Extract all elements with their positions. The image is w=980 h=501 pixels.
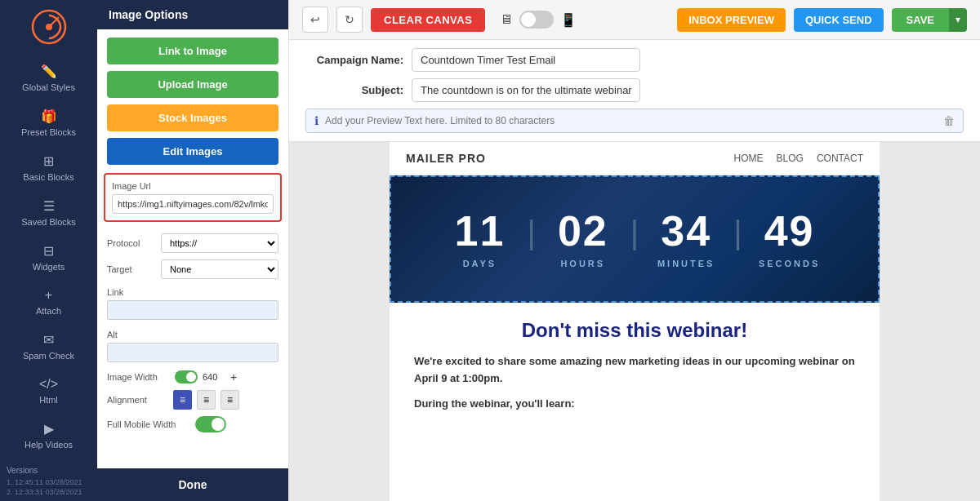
device-toggle: 🖥 📱 bbox=[500, 11, 577, 29]
image-options-panel: Image Options Link to Image Upload Image… bbox=[97, 0, 289, 501]
sidebar-item-label: Widgets bbox=[33, 262, 65, 272]
countdown-hours-number: 02 bbox=[558, 210, 608, 252]
list-icon: ☰ bbox=[43, 198, 55, 214]
countdown-minutes-label: MINUTES bbox=[657, 259, 715, 268]
email-nav-links: HOME BLOG CONTACT bbox=[734, 153, 863, 164]
nav-link-home[interactable]: HOME bbox=[734, 153, 764, 164]
image-url-input[interactable] bbox=[112, 194, 274, 214]
width-value: 640 bbox=[203, 372, 225, 382]
alt-field: Alt bbox=[97, 325, 288, 367]
link-field: Link bbox=[97, 282, 288, 325]
align-center-button[interactable]: ≡ bbox=[197, 390, 216, 410]
email-nav-brand: MAILER PRO bbox=[406, 152, 486, 165]
link-to-image-button[interactable]: Link to Image bbox=[107, 38, 278, 64]
alt-label: Alt bbox=[107, 330, 278, 339]
sidebar-item-label: Spam Check bbox=[23, 351, 74, 361]
clear-canvas-button[interactable]: CLEAR CANVAS bbox=[371, 8, 485, 32]
email-heading: Don't miss this webinar! bbox=[414, 319, 855, 342]
preview-text-delete-icon[interactable]: 🗑 bbox=[943, 114, 955, 127]
sidebar-item-label: Html bbox=[39, 395, 58, 405]
versions-section: Versions 1. 12:45:11 03/28/2021 2. 12:33… bbox=[0, 461, 97, 501]
sidebar-item-label: Basic Blocks bbox=[23, 172, 74, 182]
panel-buttons: Link to Image Upload Image Stock Images … bbox=[97, 29, 288, 173]
mobile-icon[interactable]: 📱 bbox=[560, 12, 577, 28]
version-2[interactable]: 2. 12:33:31 03/28/2021 bbox=[7, 488, 91, 496]
svg-line-2 bbox=[49, 17, 59, 27]
desktop-icon[interactable]: 🖥 bbox=[500, 12, 513, 27]
sidebar-item-basic-blocks[interactable]: ⊞ Basic Blocks bbox=[0, 145, 97, 190]
toolbar: ↩ ↻ CLEAR CANVAS 🖥 📱 INBOX PREVIEW QUICK… bbox=[289, 0, 980, 40]
campaign-name-label: Campaign Name: bbox=[305, 54, 403, 66]
upload-image-button[interactable]: Upload Image bbox=[107, 71, 278, 98]
sidebar-item-saved-blocks[interactable]: ☰ Saved Blocks bbox=[0, 190, 97, 235]
countdown-minutes-number: 34 bbox=[661, 210, 711, 252]
countdown-seconds-number: 49 bbox=[764, 210, 815, 252]
target-select[interactable]: None bbox=[161, 259, 278, 279]
redo-button[interactable]: ↻ bbox=[336, 7, 363, 33]
nav-link-contact[interactable]: CONTACT bbox=[817, 153, 863, 164]
image-width-row: Image Width 640 + bbox=[97, 367, 288, 387]
width-plus[interactable]: + bbox=[230, 370, 237, 384]
countdown-seconds: 49 SECONDS bbox=[749, 210, 831, 268]
subject-row: Subject: bbox=[305, 78, 964, 102]
subject-label: Subject: bbox=[305, 84, 403, 96]
save-dropdown-button[interactable]: ▾ bbox=[949, 8, 967, 32]
stock-images-button[interactable]: Stock Images bbox=[107, 104, 278, 131]
full-mobile-toggle[interactable] bbox=[195, 416, 226, 432]
sidebar: ✏️ Global Styles 🎁 Preset Blocks ⊞ Basic… bbox=[0, 0, 97, 501]
sidebar-item-preset-blocks[interactable]: 🎁 Preset Blocks bbox=[0, 100, 97, 145]
email-canvas: MAILER PRO HOME BLOG CONTACT 11 DAYS | 0… bbox=[390, 142, 880, 501]
campaign-name-input[interactable] bbox=[412, 48, 640, 72]
width-toggle[interactable] bbox=[175, 370, 198, 384]
quick-send-button[interactable]: QUICK SEND bbox=[794, 8, 884, 32]
done-button[interactable]: Done bbox=[97, 468, 288, 501]
countdown-days-number: 11 bbox=[454, 210, 505, 252]
email-subtext: During the webinar, you'll learn: bbox=[414, 397, 855, 410]
undo-button[interactable]: ↩ bbox=[302, 7, 328, 33]
sidebar-item-html[interactable]: </> Html bbox=[0, 369, 97, 413]
sidebar-item-widgets[interactable]: ⊟ Widgets bbox=[0, 235, 97, 280]
app-logo bbox=[29, 7, 69, 47]
protocol-select[interactable]: https:// bbox=[161, 233, 278, 253]
version-1[interactable]: 1. 12:45:11 03/28/2021 bbox=[7, 478, 91, 486]
countdown-hours-label: HOURS bbox=[560, 259, 605, 268]
sidebar-item-label: Saved Blocks bbox=[21, 217, 76, 227]
preview-text-row: ℹ 🗑 bbox=[305, 109, 964, 133]
countdown-days-label: DAYS bbox=[463, 259, 497, 268]
countdown-divider-1: | bbox=[527, 215, 535, 251]
form-area: Campaign Name: Subject: ℹ 🗑 bbox=[289, 40, 980, 142]
code-icon: </> bbox=[39, 377, 58, 392]
sidebar-item-global-styles[interactable]: ✏️ Global Styles bbox=[0, 55, 97, 100]
image-width-label: Image Width bbox=[107, 372, 168, 382]
device-switch[interactable] bbox=[519, 11, 554, 29]
target-label: Target bbox=[107, 264, 156, 274]
panel-header: Image Options bbox=[97, 0, 288, 29]
save-button[interactable]: SAVE bbox=[892, 8, 949, 32]
image-url-section: Image Url bbox=[104, 173, 282, 222]
protocol-label: Protocol bbox=[107, 238, 156, 248]
align-right-button[interactable]: ≡ bbox=[220, 390, 239, 410]
spam-icon: ✉ bbox=[43, 332, 54, 348]
edit-images-button[interactable]: Edit Images bbox=[107, 138, 278, 165]
full-mobile-label: Full Mobile Width bbox=[107, 419, 189, 429]
subject-input[interactable] bbox=[412, 78, 640, 102]
link-input[interactable] bbox=[107, 300, 278, 320]
preview-text-input[interactable] bbox=[325, 115, 937, 126]
email-body-text: We're excited to share some amazing new … bbox=[414, 353, 855, 388]
email-body: Don't miss this webinar! We're excited t… bbox=[390, 303, 880, 426]
widget-icon: ⊟ bbox=[43, 243, 54, 259]
sidebar-item-label: Attach bbox=[36, 306, 61, 316]
brush-icon: ✏️ bbox=[41, 64, 57, 79]
inbox-preview-button[interactable]: INBOX PREVIEW bbox=[677, 8, 786, 32]
nav-link-blog[interactable]: BLOG bbox=[777, 153, 804, 164]
sidebar-item-help-videos[interactable]: ▶ Help Videos bbox=[0, 413, 97, 458]
countdown-divider-2: | bbox=[630, 215, 639, 251]
video-icon: ▶ bbox=[44, 421, 54, 437]
sidebar-item-spam-check[interactable]: ✉ Spam Check bbox=[0, 324, 97, 369]
sidebar-item-label: Preset Blocks bbox=[21, 127, 76, 137]
sidebar-item-label: Global Styles bbox=[22, 82, 75, 92]
alt-input[interactable] bbox=[107, 343, 278, 362]
protocol-row: Protocol https:// bbox=[97, 230, 288, 256]
sidebar-item-attach[interactable]: + Attach bbox=[0, 280, 97, 324]
align-left-button[interactable]: ≡ bbox=[173, 390, 192, 410]
